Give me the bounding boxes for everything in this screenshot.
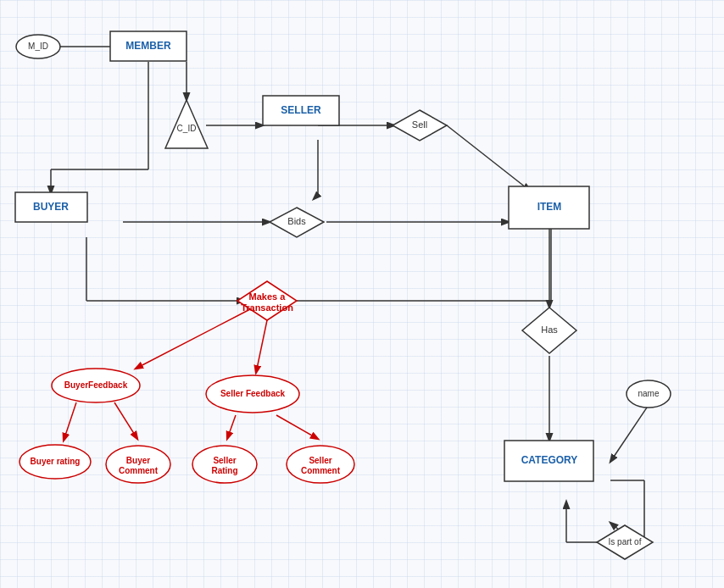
buyer-comment-label2: Comment: [119, 466, 159, 475]
svg-line-20: [136, 309, 250, 369]
m-id-label: M_ID: [28, 42, 48, 51]
cid-triangle-label: C_ID: [177, 124, 197, 133]
svg-line-11: [314, 195, 318, 199]
sell-label: Sell: [412, 119, 427, 130]
seller-label: SELLER: [281, 104, 321, 116]
buyer-feedback-label: BuyerFeedback: [64, 380, 128, 390]
buyer-rating-label: Buyer rating: [31, 457, 81, 466]
svg-line-19: [256, 320, 267, 373]
svg-line-23: [610, 405, 649, 462]
category-label: CATEGORY: [521, 454, 578, 466]
svg-line-30: [64, 402, 76, 441]
makes-transaction-label2: Transaction: [241, 302, 293, 313]
buyer-label: BUYER: [33, 201, 69, 213]
seller-rating-label2: Rating: [211, 466, 237, 475]
seller-comment-label2: Comment: [301, 466, 341, 475]
svg-line-32: [227, 415, 236, 439]
svg-line-31: [114, 402, 137, 439]
seller-feedback-label: Seller Feedback: [220, 389, 286, 398]
has-label: Has: [541, 325, 558, 335]
svg-line-33: [276, 415, 318, 439]
ispartof-label: Is part of: [609, 537, 642, 546]
name-label: name: [638, 389, 659, 398]
svg-line-8: [447, 125, 530, 191]
bids-label: Bids: [287, 216, 306, 226]
diagram-canvas: M_ID MEMBER C_ID SELLER Sell BUYER Bids …: [0, 0, 724, 588]
seller-comment-label1: Seller: [309, 456, 331, 465]
buyer-comment-label1: Buyer: [126, 456, 150, 465]
makes-transaction-label: Makes a: [249, 291, 287, 302]
item-label: ITEM: [537, 201, 562, 213]
member-label: MEMBER: [125, 40, 171, 52]
seller-rating-label1: Seller: [213, 456, 236, 465]
